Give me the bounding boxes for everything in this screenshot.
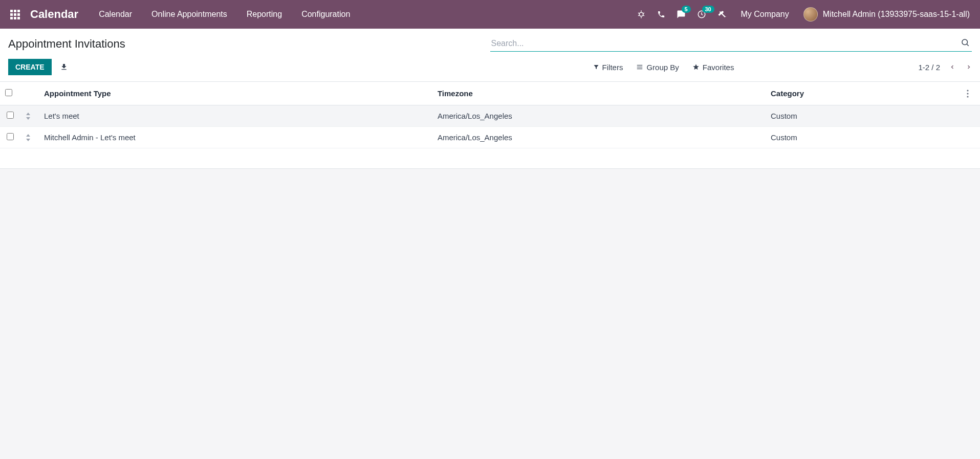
menu-calendar[interactable]: Calendar xyxy=(99,10,132,19)
col-category[interactable]: Category xyxy=(766,82,962,105)
search-wrap xyxy=(490,36,972,52)
groupby-button[interactable]: Group By xyxy=(636,63,679,72)
activities-badge: 30 xyxy=(702,6,714,13)
svg-point-8 xyxy=(962,39,968,45)
download-icon[interactable] xyxy=(60,63,68,71)
search-icon[interactable] xyxy=(961,38,970,47)
cell-type: Mitchell Admin - Let's meet xyxy=(39,127,432,148)
svg-point-14 xyxy=(967,93,968,94)
groupby-label: Group By xyxy=(646,63,679,72)
drag-handle-icon[interactable] xyxy=(20,127,39,148)
row-checkbox[interactable] xyxy=(7,112,14,119)
svg-point-13 xyxy=(967,90,968,91)
messages-icon[interactable]: 5 xyxy=(677,10,686,19)
main-menu: Calendar Online Appointments Reporting C… xyxy=(99,10,350,19)
svg-line-9 xyxy=(967,44,968,46)
select-all-checkbox[interactable] xyxy=(5,89,12,96)
pager: 1-2 / 2 xyxy=(918,63,972,72)
optional-columns-icon[interactable] xyxy=(962,82,980,105)
col-timezone[interactable]: Timezone xyxy=(432,82,766,105)
svg-line-5 xyxy=(638,15,639,16)
menu-online-appointments[interactable]: Online Appointments xyxy=(151,10,227,19)
apps-menu-icon[interactable] xyxy=(10,10,20,19)
svg-line-3 xyxy=(638,13,639,14)
tools-icon[interactable] xyxy=(717,10,727,19)
messages-badge: 5 xyxy=(682,6,691,13)
control-panel: Appointment Invitations CREATE Filters G… xyxy=(0,29,980,82)
phone-icon[interactable] xyxy=(657,10,665,18)
filter-controls: Filters Group By Favorites xyxy=(593,63,734,72)
menu-reporting[interactable]: Reporting xyxy=(247,10,282,19)
cell-tz: America/Los_Angeles xyxy=(432,127,766,148)
create-button[interactable]: CREATE xyxy=(8,59,52,75)
search-input[interactable] xyxy=(490,36,972,52)
row-checkbox[interactable] xyxy=(7,133,14,140)
favorites-label: Favorites xyxy=(703,63,734,72)
avatar xyxy=(803,7,818,21)
filters-button[interactable]: Filters xyxy=(593,63,623,72)
user-name-label: Mitchell Admin (13933975-saas-15-1-all) xyxy=(823,10,970,19)
svg-line-4 xyxy=(643,13,644,14)
svg-line-6 xyxy=(643,15,644,16)
col-appointment-type[interactable]: Appointment Type xyxy=(39,82,432,105)
pager-prev-icon[interactable] xyxy=(949,63,955,71)
user-menu[interactable]: Mitchell Admin (13933975-saas-15-1-all) xyxy=(803,7,970,21)
page-title: Appointment Invitations xyxy=(8,37,490,51)
app-brand[interactable]: Calendar xyxy=(30,8,78,21)
menu-configuration[interactable]: Configuration xyxy=(301,10,350,19)
drag-handle-icon[interactable] xyxy=(20,105,39,127)
cell-cat: Custom xyxy=(766,105,962,127)
pager-next-icon[interactable] xyxy=(966,63,972,71)
cell-cat: Custom xyxy=(766,127,962,148)
table-row[interactable]: Let's meet America/Los_Angeles Custom xyxy=(0,105,980,127)
cell-tz: America/Los_Angeles xyxy=(432,105,766,127)
svg-point-15 xyxy=(967,96,968,97)
pager-text: 1-2 / 2 xyxy=(918,63,940,72)
top-navbar: Calendar Calendar Online Appointments Re… xyxy=(0,0,980,29)
table-footer-space xyxy=(0,148,980,169)
favorites-button[interactable]: Favorites xyxy=(692,63,734,72)
filters-label: Filters xyxy=(602,63,623,72)
table-row[interactable]: Mitchell Admin - Let's meet America/Los_… xyxy=(0,127,980,148)
appointments-table: Appointment Type Timezone Category Let's… xyxy=(0,82,980,148)
bug-icon[interactable] xyxy=(637,10,646,19)
company-switcher[interactable]: My Company xyxy=(741,10,789,19)
cell-type: Let's meet xyxy=(39,105,432,127)
activities-icon[interactable]: 30 xyxy=(697,10,706,19)
systray: 5 30 My Company Mitchell Admin (13933975… xyxy=(637,7,970,21)
svg-point-0 xyxy=(639,12,643,16)
